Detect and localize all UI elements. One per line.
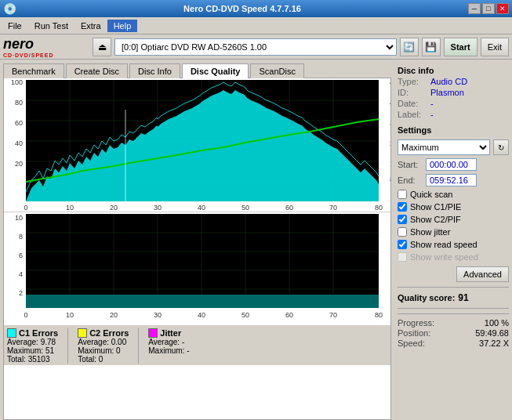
end-time-row: End: 059:52.16 (398, 174, 509, 186)
start-button[interactable]: Start (444, 38, 478, 56)
right-panel: Disc info Type: Audio CD ID: Plasmon Dat… (394, 60, 512, 420)
svg-text:80: 80 (15, 99, 23, 107)
c2-average-row: Average: 0.00 (78, 338, 129, 346)
write-speed-label: Show write speed (410, 252, 478, 262)
disc-id-label: ID: (398, 88, 427, 97)
tab-scan-disc[interactable]: ScanDisc (250, 63, 303, 78)
c2-total-row: Total: 0 (78, 355, 129, 364)
position-value: 59:49.68 (475, 328, 509, 338)
svg-text:60: 60 (15, 119, 23, 127)
svg-text:40: 40 (198, 311, 205, 319)
start-time-label: Start: (398, 160, 423, 169)
window-title: Nero CD-DVD Speed 4.7.7.16 (16, 4, 468, 13)
svg-text:16: 16 (390, 160, 390, 168)
top-chart-svg: 100 80 60 40 20 0 10 20 30 40 50 60 70 8… (4, 78, 390, 212)
stats-separator-2 (138, 328, 139, 364)
tab-disc-quality[interactable]: Disc Quality (182, 63, 249, 78)
read-speed-row: Show read speed (398, 240, 509, 249)
logo-nero: nero (3, 36, 54, 52)
divider-2 (398, 308, 509, 309)
drive-select[interactable]: [0:0] Optiarc DVD RW AD-5260S 1.00 (114, 38, 397, 56)
end-time-value: 059:52.16 (426, 174, 477, 186)
disc-date-value: - (430, 99, 434, 108)
c2-max-row: Maximum: 0 (78, 346, 129, 355)
svg-rect-47 (26, 295, 379, 308)
c1-avg-label: Average: (7, 338, 38, 346)
c1-average-row: Average: 9.78 (7, 338, 58, 346)
stats-area: C1 Errors Average: 9.78 Maximum: 51 Tota… (4, 325, 390, 365)
c2-label: C2 Errors (89, 328, 129, 338)
speed-select[interactable]: Maximum (398, 139, 490, 155)
quality-score-row: Quality score: 91 (398, 292, 509, 303)
disc-type-label: Type: (398, 77, 427, 86)
svg-text:24: 24 (390, 139, 390, 147)
position-label: Position: (398, 328, 430, 338)
svg-text:60: 60 (285, 204, 293, 212)
c2-pif-checkbox[interactable] (398, 215, 407, 224)
settings-refresh-btn[interactable]: ↻ (493, 139, 509, 155)
eject-icon-btn[interactable]: ⏏ (93, 38, 111, 56)
speed-value: 37.22 X (479, 339, 509, 348)
position-row: Position: 59:49.68 (398, 328, 509, 338)
save-icon-btn[interactable]: 💾 (422, 38, 441, 56)
svg-text:40: 40 (15, 139, 23, 147)
title-bar: 💿 Nero CD-DVD Speed 4.7.7.16 ─ □ ✕ (0, 0, 512, 17)
jitter-checkbox[interactable] (398, 227, 407, 237)
logo-sub: CD·DVD/SPEED (3, 52, 54, 58)
svg-text:8: 8 (390, 176, 390, 183)
tab-disc-info[interactable]: Disc Info (129, 63, 180, 78)
quick-scan-checkbox[interactable] (398, 190, 407, 199)
exit-button[interactable]: Exit (481, 38, 509, 56)
svg-text:20: 20 (15, 160, 23, 168)
menu-file[interactable]: File (2, 20, 28, 32)
tab-benchmark[interactable]: Benchmark (3, 63, 64, 78)
jitter-row: Show jitter (398, 227, 509, 237)
c2-max-value: 0 (116, 346, 121, 355)
minimize-button[interactable]: ─ (468, 3, 481, 14)
svg-text:20: 20 (110, 311, 118, 319)
svg-text:20: 20 (110, 204, 118, 212)
svg-text:30: 30 (154, 311, 162, 319)
svg-text:10: 10 (66, 204, 74, 212)
jitter-stats: Jitter Average: - Maximum: - (148, 328, 189, 364)
close-button[interactable]: ✕ (496, 3, 509, 14)
svg-text:50: 50 (241, 311, 249, 319)
bottom-chart-svg: 10 8 6 4 2 0 10 20 30 40 50 60 70 80 (4, 212, 390, 326)
svg-text:80: 80 (375, 311, 383, 319)
menu-help[interactable]: Help (107, 20, 138, 32)
logo: nero CD·DVD/SPEED (3, 36, 89, 58)
read-speed-checkbox[interactable] (398, 240, 407, 249)
window-controls: ─ □ ✕ (468, 3, 509, 14)
menu-run-test[interactable]: Run Test (28, 20, 74, 32)
start-time-value: 000:00.00 (426, 158, 477, 171)
svg-text:48: 48 (390, 78, 390, 86)
c1-max-row: Maximum: 51 (7, 346, 58, 355)
refresh-icon-btn[interactable]: 🔄 (400, 38, 419, 56)
svg-text:70: 70 (329, 204, 337, 212)
progress-label: Progress: (398, 318, 434, 328)
quality-score-label: Quality score: (398, 293, 455, 302)
jitter-max-label: Maximum: (148, 346, 184, 355)
stats-separator-1 (67, 328, 68, 364)
advanced-button[interactable]: Advanced (456, 266, 509, 282)
c1-color-box (7, 328, 16, 338)
svg-text:10: 10 (15, 214, 23, 222)
top-chart: 100 80 60 40 20 0 10 20 30 40 50 60 70 8… (4, 78, 390, 212)
jitter-color-box (148, 328, 158, 338)
menu-extra[interactable]: Extra (74, 20, 107, 32)
c1-pie-checkbox[interactable] (398, 202, 407, 212)
speed-row: Speed: 37.22 X (398, 339, 509, 348)
svg-text:10: 10 (66, 311, 74, 319)
svg-text:40: 40 (390, 99, 390, 107)
settings-title: Settings (398, 125, 509, 135)
c1-pie-row: Show C1/PIE (398, 202, 509, 212)
c2-total-value: 0 (99, 355, 103, 364)
maximize-button[interactable]: □ (482, 3, 495, 14)
read-speed-label: Show read speed (410, 240, 478, 249)
c2-max-label: Maximum: (78, 346, 114, 355)
c2-pif-row: Show C2/PIF (398, 215, 509, 224)
quality-score-value: 91 (458, 292, 468, 303)
svg-text:0: 0 (24, 204, 27, 212)
main-content: Benchmark Create Disc Disc Info Disc Qua… (0, 60, 512, 420)
tab-create-disc[interactable]: Create Disc (66, 63, 128, 78)
